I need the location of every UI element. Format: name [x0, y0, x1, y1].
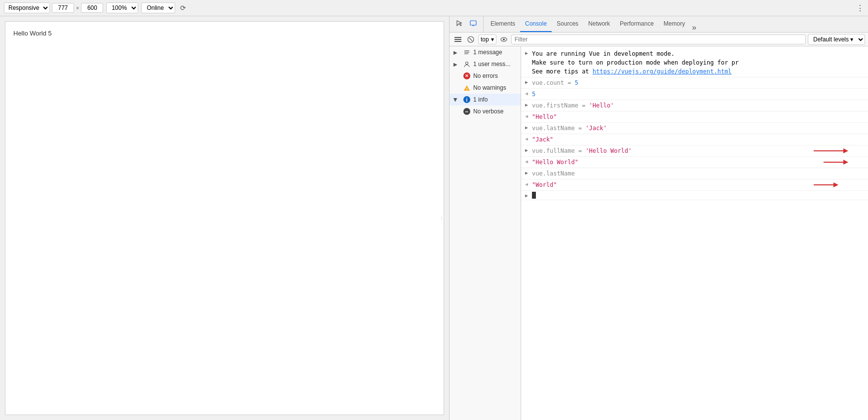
firstname-result-text: "Hello": [532, 112, 864, 121]
arrow-annotation-fullname-result: [819, 157, 848, 169]
console-line-lastname-get: vue.lastName: [521, 168, 868, 179]
svg-line-6: [469, 38, 472, 41]
resize-handle[interactable]: ⋮: [440, 22, 444, 415]
tab-performance[interactable]: Performance: [615, 16, 659, 32]
tab-network[interactable]: Network: [583, 16, 615, 32]
context-value: top: [481, 36, 489, 43]
dimension-separator: ×: [76, 5, 79, 11]
clear-console-button[interactable]: [465, 34, 476, 45]
sidebar-item-warnings[interactable]: ! No warnings: [450, 82, 521, 94]
tab-memory[interactable]: Memory: [659, 16, 690, 32]
sidebar-item-verbose[interactable]: ▪▪ No verbose: [450, 105, 521, 117]
svg-rect-2: [454, 37, 461, 38]
more-button[interactable]: ⋮: [856, 3, 864, 13]
sidebar-item-messages[interactable]: ▶ 1 message: [450, 46, 521, 58]
devtools-panel: Elements Console Sources Network Perform…: [449, 16, 868, 420]
expand-firstname-set[interactable]: [525, 101, 532, 107]
sidebar-toggle-button[interactable]: [453, 34, 463, 45]
console-output[interactable]: You are running Vue in development mode.…: [521, 46, 868, 420]
svg-marker-15: [843, 148, 848, 153]
tab-elements[interactable]: Elements: [486, 16, 520, 32]
preview-area: Hello World 5 ⋮: [0, 16, 449, 420]
tabs-more-button[interactable]: »: [692, 23, 696, 32]
verbose-icon: ▪▪: [463, 108, 470, 115]
console-cursor-line[interactable]: [521, 191, 868, 200]
count-result-text: 5: [532, 90, 864, 99]
user-icon: [463, 61, 470, 68]
info-arrow: ▶: [453, 98, 458, 102]
arrow-annotation-fullname: [809, 145, 848, 158]
expand-world-result[interactable]: [525, 180, 532, 187]
expand-count-result[interactable]: [525, 90, 532, 96]
list-icon: [463, 49, 470, 56]
expand-fullname-result[interactable]: [525, 158, 532, 164]
verbose-label: No verbose: [473, 108, 503, 115]
vue-deployment-link[interactable]: https://vuejs.org/guide/deployment.html: [593, 68, 732, 75]
filter-input[interactable]: [511, 35, 806, 44]
zoom-select[interactable]: 100%: [106, 2, 138, 13]
sidebar-item-info[interactable]: ▶ i 1 info: [450, 94, 521, 105]
svg-rect-4: [454, 41, 461, 42]
error-icon: ✕: [463, 72, 470, 79]
expand-cursor: [525, 192, 532, 198]
messages-arrow: ▶: [453, 50, 457, 55]
devtools-icons: [453, 16, 484, 32]
console-line-count-set: vue.count = 5: [521, 77, 868, 89]
svg-point-12: [466, 62, 468, 65]
width-input[interactable]: [52, 3, 74, 13]
tab-sources[interactable]: Sources: [552, 16, 583, 32]
errors-label: No errors: [473, 72, 498, 79]
expand-lastname-result[interactable]: [525, 135, 532, 141]
warnings-label: No warnings: [473, 84, 506, 91]
preview-frame: Hello World 5 ⋮: [5, 21, 444, 415]
console-line-lastname-set: vue.lastName = 'Jack': [521, 123, 868, 134]
expand-count-set[interactable]: [525, 78, 532, 85]
tab-console[interactable]: Console: [520, 16, 552, 32]
main-container: Hello World 5 ⋮: [0, 16, 868, 420]
expand-lastname-get[interactable]: [525, 169, 532, 175]
messages-label: 1 message: [473, 49, 502, 56]
svg-text:!: !: [466, 87, 468, 91]
lastname-set-text: vue.lastName = 'Jack': [532, 124, 864, 133]
cursor-blink: [532, 192, 536, 199]
height-input[interactable]: [81, 3, 103, 13]
expand-vue-info[interactable]: [525, 49, 532, 56]
svg-rect-0: [470, 21, 476, 25]
console-line-firstname-set: vue.firstName = 'Hello': [521, 100, 868, 111]
lastname-get-text: vue.lastName: [532, 169, 864, 178]
eye-icon[interactable]: [498, 34, 509, 45]
sidebar-item-user-messages[interactable]: ▶ 1 user mess...: [450, 58, 521, 70]
user-messages-arrow: ▶: [453, 62, 457, 67]
arrow-annotation-world: [811, 179, 838, 192]
inspect-icon[interactable]: [453, 17, 465, 29]
expand-firstname-result[interactable]: [525, 112, 532, 119]
warning-icon: !: [463, 84, 470, 91]
preview-content: Hello World 5: [5, 22, 444, 45]
rotate-icon[interactable]: ⟳: [178, 3, 188, 13]
top-toolbar: Responsive × 100% Online ⟳ ⋮: [0, 0, 868, 16]
lastname-result-text: "Jack": [532, 135, 864, 144]
console-line-fullname-set: vue.fullName = 'Hello World': [521, 145, 868, 157]
svg-marker-19: [833, 182, 838, 187]
responsive-select[interactable]: Responsive: [4, 2, 50, 13]
expand-lastname-set[interactable]: [525, 124, 532, 130]
sidebar-item-errors[interactable]: ✕ No errors: [450, 70, 521, 82]
svg-marker-17: [843, 160, 848, 165]
console-line-vue-info: You are running Vue in development mode.…: [521, 48, 868, 77]
context-selector[interactable]: top ▾: [478, 35, 496, 44]
levels-select[interactable]: Default levels ▾: [808, 34, 865, 45]
count-set-text: vue.count = 5: [532, 78, 864, 87]
devtools-tabs: Elements Console Sources Network Perform…: [450, 16, 868, 33]
responsive-group: Responsive ×: [4, 2, 103, 13]
console-line-count-result: 5: [521, 89, 868, 100]
console-line-firstname-result: "Hello": [521, 111, 868, 123]
console-line-lastname-result: "Jack": [521, 134, 868, 145]
network-select[interactable]: Online: [141, 2, 175, 13]
device-icon[interactable]: [467, 17, 479, 29]
hello-world-text: Hello World 5: [13, 30, 52, 37]
console-sidebar: ▶ 1 message ▶ 1 user mess...: [450, 46, 521, 420]
info-icon: i: [463, 96, 470, 103]
console-line-world-result: "World": [521, 179, 868, 191]
expand-fullname-set[interactable]: [525, 146, 532, 153]
console-line-fullname-result: "Hello World": [521, 157, 868, 168]
